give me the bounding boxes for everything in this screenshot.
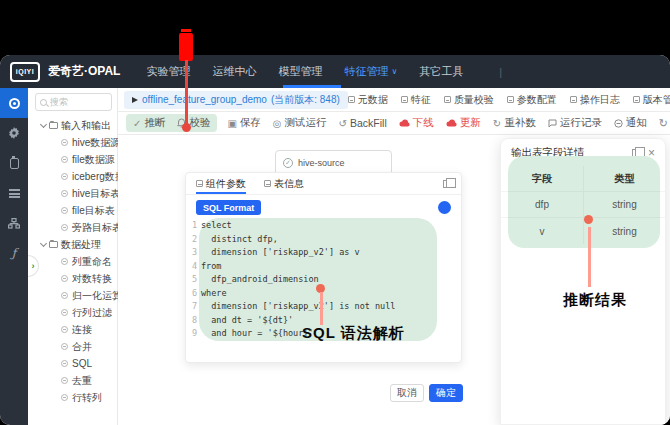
- reset-view-icon[interactable]: ↻: [659, 117, 668, 130]
- history-icon: ↺: [339, 118, 347, 129]
- refresh-icon: ↻: [493, 118, 501, 129]
- infer-button[interactable]: ✓推断: [133, 116, 165, 130]
- tree-item-normalization[interactable]: 归一化运算: [28, 287, 117, 304]
- test-run-button[interactable]: ◎测试运行: [273, 116, 327, 130]
- annotation-arrow-line: [320, 292, 323, 325]
- tab-flag-icon: [132, 97, 138, 103]
- cloud-down-icon: [399, 119, 410, 127]
- output-table: 字段 类型 dfp string v string: [501, 166, 665, 244]
- function-icon: ƒ: [12, 246, 16, 260]
- tab-feature-group[interactable]: offline_feature_group_demo (当前版本: 848): [124, 91, 348, 109]
- folder-icon: [49, 122, 58, 129]
- nav-ops-center[interactable]: 运维中心: [212, 64, 256, 79]
- cancel-button[interactable]: 取消: [390, 384, 424, 402]
- rail-item-target[interactable]: [0, 88, 28, 118]
- tree-item-file-target[interactable]: file目标表: [28, 202, 117, 219]
- cell-field: dfp: [501, 199, 583, 210]
- component-icon: [61, 292, 68, 299]
- rail-item-settings[interactable]: [0, 118, 28, 148]
- helper-fab-button[interactable]: [438, 201, 451, 214]
- rail-item-tasks[interactable]: [0, 148, 28, 178]
- icon-rail: ƒ: [0, 88, 28, 425]
- screenshot-stage: iQIYI 爱奇艺·OPAL 实验管理 运维中心 模型管理 特征管理∨ 其它工具…: [0, 0, 670, 425]
- quality-check-icon: [444, 96, 451, 103]
- rail-item-workflow[interactable]: [0, 208, 28, 238]
- rail-item-function[interactable]: ƒ: [0, 238, 28, 268]
- nav-feature-management[interactable]: 特征管理∨: [344, 64, 397, 79]
- sql-format-button[interactable]: SQL Format: [196, 200, 261, 215]
- tree-item-row-col-filter[interactable]: 行列过滤: [28, 304, 117, 321]
- action-feature[interactable]: 特征: [401, 93, 431, 107]
- component-icon: [61, 207, 68, 214]
- editor-toolbar: ✓推断 校验 ▣保存 ◎测试运行 ↺BackFill 下线 更新 ↻重: [118, 112, 670, 135]
- code-line: 2 distinct dfp,: [188, 233, 457, 247]
- nav-model-management[interactable]: 模型管理: [278, 64, 322, 79]
- tree-group-input-output[interactable]: 输入和输出: [28, 117, 117, 134]
- rail-item-list[interactable]: [0, 178, 28, 208]
- update-button[interactable]: 更新: [446, 116, 481, 130]
- run-records-button[interactable]: 运行记录: [548, 116, 602, 130]
- output-fields-panel: 输出表字段详情 × 字段 类型 dfp string: [500, 138, 666, 425]
- expand-panel-icon[interactable]: [443, 180, 451, 188]
- tree-item-merge[interactable]: 合并: [28, 338, 117, 355]
- tree-item-dedup[interactable]: 去重: [28, 372, 117, 389]
- component-search[interactable]: [35, 93, 112, 111]
- metadata-icon: [348, 96, 355, 103]
- tree-item-sql[interactable]: SQL: [28, 355, 117, 372]
- save-button[interactable]: ▣保存: [227, 116, 260, 130]
- node-label: hive-source: [298, 158, 345, 168]
- annotation-sql-parse: SQL 语法解析: [302, 324, 405, 343]
- cloud-up-icon: [446, 119, 457, 127]
- panel-tabs: 组件参数 表信息: [186, 173, 461, 195]
- tree-item-iceberg-source[interactable]: iceberg数据源: [28, 168, 117, 185]
- annotation-inference-result: 推断结果: [563, 291, 627, 310]
- table-row: v string: [501, 218, 665, 244]
- tab-actions: 元数据 特征 质量校验 参数配置 操作日志 版本管理: [348, 93, 670, 107]
- comment-icon: [548, 119, 557, 128]
- re-supplement-button[interactable]: ↻重补数: [493, 116, 536, 130]
- component-icon: [61, 309, 68, 316]
- action-version-management[interactable]: 版本管理: [633, 93, 670, 107]
- tree-item-join[interactable]: 连接: [28, 321, 117, 338]
- tree-item-column-rename[interactable]: 列重命名: [28, 253, 117, 270]
- action-metadata[interactable]: 元数据: [348, 93, 388, 107]
- tree-item-hive-source[interactable]: hive数据源: [28, 134, 117, 151]
- component-icon: [61, 173, 68, 180]
- nav-experiment-management[interactable]: 实验管理: [146, 64, 190, 79]
- chevron-down-icon: [40, 120, 47, 127]
- component-icon: [61, 394, 68, 401]
- component-icon: [61, 224, 68, 231]
- search-input[interactable]: [50, 97, 105, 107]
- feature-icon: [401, 96, 408, 103]
- action-operation-log[interactable]: 操作日志: [570, 93, 620, 107]
- tree-group-data-processing[interactable]: 数据处理: [28, 236, 117, 253]
- tab-component-params[interactable]: 组件参数: [196, 173, 246, 194]
- cell-type: string: [583, 192, 665, 217]
- confirm-button[interactable]: 确定: [429, 384, 463, 402]
- backfill-button[interactable]: ↺BackFill: [339, 117, 387, 129]
- sql-editor[interactable]: 1select 2 distinct dfp, 3 dimension ['ri…: [186, 217, 461, 341]
- tree-group-label: 输入和输出: [61, 119, 111, 133]
- tree-item-file-source[interactable]: file数据源: [28, 151, 117, 168]
- tree-item-row-to-col[interactable]: 行转列: [28, 389, 117, 406]
- folder-icon: [49, 241, 58, 248]
- search-icon: [40, 99, 47, 106]
- code-line: 4from: [188, 260, 457, 274]
- table-info-icon: [264, 180, 271, 187]
- action-param-config[interactable]: 参数配置: [507, 93, 557, 107]
- tab-name: offline_feature_group_demo: [142, 94, 267, 105]
- column-header-field: 字段: [501, 172, 583, 186]
- tree-item-bypass-target[interactable]: 旁路目标表: [28, 219, 117, 236]
- tree-item-hive-target[interactable]: hive目标表: [28, 185, 117, 202]
- brand-title: 爱奇艺·OPAL: [48, 63, 120, 80]
- offline-button[interactable]: 下线: [399, 116, 434, 130]
- component-icon: [61, 377, 68, 384]
- action-quality-check[interactable]: 质量校验: [444, 93, 494, 107]
- tree-item-log-transform[interactable]: 对数转换: [28, 270, 117, 287]
- tab-table-info[interactable]: 表信息: [264, 173, 304, 194]
- notification-button[interactable]: 通知: [614, 116, 647, 130]
- annotation-arrow-dot: [584, 215, 593, 224]
- chevron-down-icon: [40, 239, 47, 246]
- nav-other-tools[interactable]: 其它工具: [419, 64, 463, 79]
- canvas-view-controls: ↻ ⊕ ⊖ ⊡: [659, 117, 670, 130]
